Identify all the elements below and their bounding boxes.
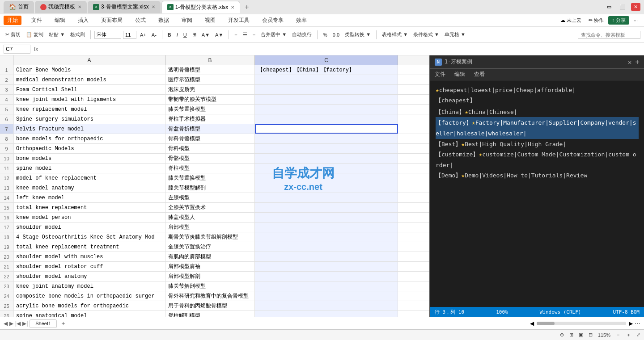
cell-c11[interactable] xyxy=(255,164,398,173)
scroll-right-btn[interactable]: ▶ xyxy=(629,320,633,327)
restore-btn[interactable]: ⬜ xyxy=(617,3,628,11)
cell-b17[interactable]: 肩部模型 xyxy=(165,222,255,232)
cell-b21[interactable]: 肩部模型肩袖 xyxy=(165,262,255,271)
cell-c5[interactable] xyxy=(255,105,398,114)
cell-b4[interactable]: 带韧带的膝关节模型 xyxy=(165,95,255,104)
cell-c10[interactable] xyxy=(255,154,398,163)
first-sheet-btn[interactable]: |◀ xyxy=(15,320,21,327)
cell-a9[interactable]: Orthopaedic Models xyxy=(13,144,165,153)
cell-a14[interactable]: left knee model xyxy=(13,193,165,202)
fill-color[interactable]: A▼ xyxy=(200,31,212,38)
cell-a6[interactable]: Spine surgery simulators xyxy=(13,114,165,124)
percent-btn[interactable]: % xyxy=(321,31,329,38)
cell-c16[interactable] xyxy=(255,213,398,222)
cell-a18[interactable]: 4 Stage Osteoarthritis Knee Set Anatomy … xyxy=(13,232,165,242)
cell-c26[interactable] xyxy=(255,311,398,317)
new-tab-button[interactable]: + xyxy=(241,3,252,11)
cell-b22[interactable]: 肩部模型解剖 xyxy=(165,272,255,281)
cell-c4[interactable] xyxy=(255,95,398,104)
cell-b24[interactable]: 骨外科研究和教育中的复合骨模型 xyxy=(165,291,255,301)
search-input[interactable] xyxy=(578,31,640,39)
cell-c22[interactable] xyxy=(255,272,398,281)
notepad-menu-view[interactable]: 查看 xyxy=(474,71,485,78)
cell-b26[interactable]: 脊柱解剖模型 xyxy=(165,311,255,317)
close-btn[interactable]: ✕ xyxy=(631,3,640,11)
cell-c14[interactable] xyxy=(255,193,398,202)
cell-c17[interactable] xyxy=(255,222,398,232)
tab-sheet1-close[interactable]: ✕ xyxy=(231,5,234,10)
fullscreen-btn[interactable]: ⤢ xyxy=(636,332,640,338)
tab-sheet2[interactable]: X 3-骨骼模型文案.xlsx ✕ xyxy=(88,1,161,13)
notepad-menu-edit[interactable]: 编辑 xyxy=(454,71,465,78)
cell-a3[interactable]: Foam Cortical Shell xyxy=(13,85,165,94)
paste-btn[interactable]: 粘贴 ▼ xyxy=(47,30,67,39)
cell-b1[interactable]: 透明骨骼模型 xyxy=(165,65,255,75)
last-sheet-btn[interactable]: ▶| xyxy=(22,320,28,327)
cell-b25[interactable]: 用于骨科的丙烯酸骨模型 xyxy=(165,301,255,311)
cell-a10[interactable]: bone models xyxy=(13,154,165,163)
col-header-c[interactable]: C xyxy=(255,55,398,65)
notepad-plus-button[interactable]: + xyxy=(635,58,640,66)
cell-format[interactable]: 单元格 ▼ xyxy=(443,30,467,39)
cell-c9[interactable] xyxy=(255,144,398,153)
cell-a24[interactable]: composite bone models in orthopaedic sur… xyxy=(13,291,165,301)
cell-c1[interactable]: 【cheapest】【China】【factory】 xyxy=(255,65,398,75)
cell-c19[interactable] xyxy=(255,242,398,252)
cell-b6[interactable]: 脊柱手术模拟器 xyxy=(165,114,255,124)
cell-b7[interactable]: 骨盆骨折模型 xyxy=(165,124,255,134)
tab-template[interactable]: 我稳完模板 ✕ xyxy=(35,1,87,13)
menu-formula[interactable]: 公式 xyxy=(132,16,148,25)
scroll-thumb[interactable] xyxy=(537,322,555,325)
copy-btn[interactable]: 📋 复制 xyxy=(24,30,45,39)
align-left[interactable]: ≡ xyxy=(233,31,239,38)
cell-a7[interactable]: Pelvis Fracture model xyxy=(13,124,165,134)
cell-b2[interactable]: 医疗示范模型 xyxy=(165,75,255,84)
type-convert[interactable]: 类型转换 ▼ xyxy=(343,30,373,39)
cell-a1[interactable]: Clear Bone Models xyxy=(13,65,165,75)
cell-a23[interactable]: knee joint anatomy model xyxy=(13,281,165,291)
cell-b9[interactable]: 骨科模型 xyxy=(165,144,255,153)
share-btn[interactable]: ↑ 分享 xyxy=(608,16,629,25)
tab-sheet2-close[interactable]: ✕ xyxy=(152,4,155,9)
bold-btn[interactable]: B xyxy=(166,31,173,38)
menu-member[interactable]: 会员专享 xyxy=(259,16,286,25)
cell-c23[interactable] xyxy=(255,281,398,291)
menu-more[interactable]: ··· xyxy=(631,17,640,24)
cell-b13[interactable]: 膝关节模型解剖 xyxy=(165,183,255,193)
cell-b19[interactable]: 全膝关节置换治疗 xyxy=(165,242,255,252)
cell-b11[interactable]: 脊柱模型 xyxy=(165,164,255,173)
cell-c15[interactable] xyxy=(255,203,398,212)
format-painter[interactable]: 格式刷 xyxy=(68,30,87,39)
add-sheet-btn[interactable]: + xyxy=(59,320,68,327)
cond-format[interactable]: 条件格式 ▼ xyxy=(411,30,441,39)
comma-btn[interactable]: 0.0 xyxy=(331,31,341,38)
font-color[interactable]: A▼ xyxy=(213,31,225,38)
cell-a2[interactable]: medical demonstration models xyxy=(13,75,165,84)
tab-template-close[interactable]: ✕ xyxy=(78,4,81,9)
menu-efficiency[interactable]: 效率 xyxy=(293,16,309,25)
menu-dev-tools[interactable]: 开发工具 xyxy=(225,16,252,25)
italic-btn[interactable]: I xyxy=(175,31,180,38)
cell-a21[interactable]: shoulder model rotator cuff xyxy=(13,262,165,271)
align-center[interactable]: ☰ xyxy=(241,31,249,38)
menu-page-layout[interactable]: 页面布局 xyxy=(98,16,125,25)
cell-a22[interactable]: shoulder model anatomy xyxy=(13,272,165,281)
font-increase[interactable]: A+ xyxy=(138,31,148,38)
cell-a15[interactable]: total knee replacement xyxy=(13,203,165,212)
font-decrease[interactable]: A- xyxy=(150,31,158,38)
align-right[interactable]: ≡ xyxy=(251,31,257,38)
underline-btn[interactable]: U xyxy=(182,31,189,38)
font-name-input[interactable] xyxy=(94,31,121,39)
cell-a4[interactable]: knee joint model with ligaments xyxy=(13,95,165,104)
cell-a17[interactable]: shoulder model xyxy=(13,222,165,232)
minimize-btn[interactable]: ▭ xyxy=(604,3,614,11)
cell-a13[interactable]: knee model anatomy xyxy=(13,183,165,193)
cell-c12[interactable] xyxy=(255,173,398,183)
cell-b14[interactable]: 左膝模型 xyxy=(165,193,255,202)
cell-b12[interactable]: 膝关节置换模型 xyxy=(165,173,255,183)
cell-c6[interactable] xyxy=(255,114,398,124)
cell-ref-box[interactable] xyxy=(4,45,30,54)
menu-file[interactable]: 文件 xyxy=(29,16,45,25)
cell-a8[interactable]: bone models for orthopaedic xyxy=(13,134,165,143)
merge-center[interactable]: 合并居中 ▼ xyxy=(259,30,288,39)
